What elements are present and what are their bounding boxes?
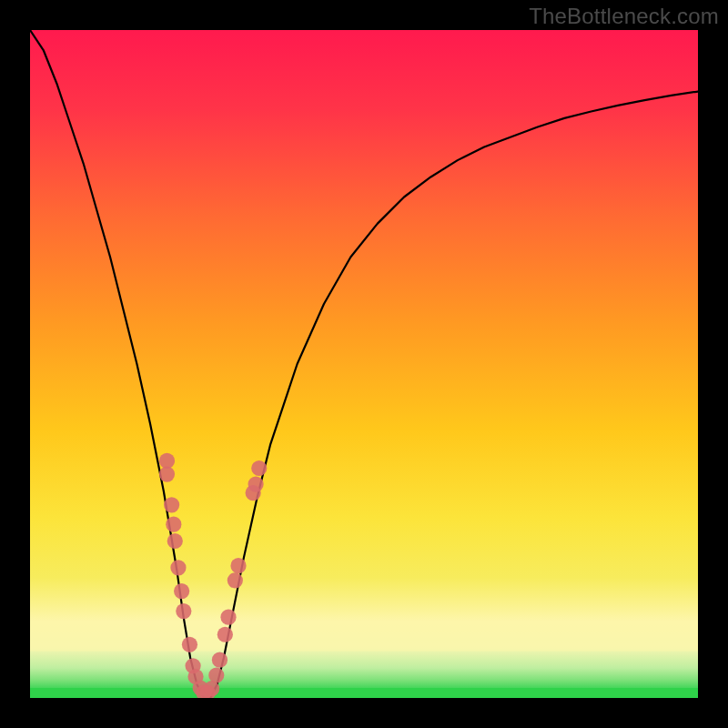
watermark-text: TheBottleneck.com bbox=[529, 4, 719, 29]
chart-svg bbox=[30, 30, 698, 698]
chart-marker bbox=[251, 460, 267, 476]
chart-marker bbox=[217, 627, 233, 642]
chart-marker bbox=[166, 517, 181, 532]
chart-marker bbox=[248, 477, 263, 492]
chart-marker bbox=[208, 667, 224, 682]
chart-marker bbox=[228, 572, 243, 588]
chart-marker bbox=[159, 467, 175, 482]
chart-marker bbox=[230, 558, 246, 573]
chart-marker bbox=[220, 610, 236, 625]
svg-rect-0 bbox=[30, 620, 698, 652]
chart-marker bbox=[164, 497, 179, 512]
chart-marker bbox=[212, 652, 228, 668]
chart-marker bbox=[204, 681, 219, 696]
chart-marker bbox=[182, 637, 197, 652]
svg-rect-1 bbox=[30, 688, 698, 698]
chart-marker bbox=[176, 603, 191, 619]
chart-marker bbox=[167, 533, 183, 549]
chart-plot-area bbox=[30, 30, 698, 698]
chart-marker bbox=[170, 560, 186, 575]
chart-frame: TheBottleneck.com bbox=[0, 0, 728, 728]
chart-background-gradient bbox=[30, 30, 698, 698]
chart-marker bbox=[159, 453, 175, 469]
chart-marker bbox=[174, 583, 189, 599]
